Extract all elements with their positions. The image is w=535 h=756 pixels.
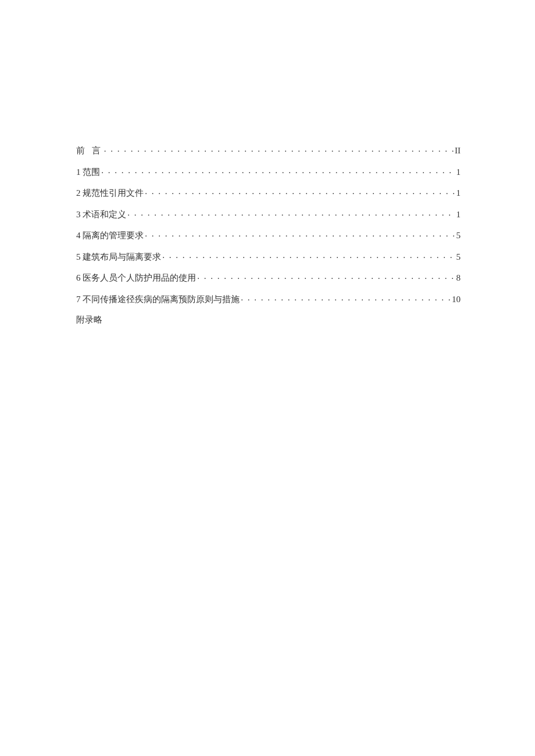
toc-entry-title: 4 隔离的管理要求: [76, 231, 144, 240]
toc-entry-title: 5 建筑布局与隔离要求: [76, 253, 161, 261]
toc-entry-title: 3 术语和定义: [76, 210, 126, 219]
toc-leader-dots: [162, 251, 455, 260]
toc-leader-dots: [145, 230, 455, 238]
toc-leader-dots: [101, 166, 455, 175]
toc-leader-dots: [241, 293, 451, 302]
toc-entry-page: II: [455, 146, 461, 155]
toc-entry-title: 7 不同传播途径疾病的隔离预防原则与措施: [76, 295, 240, 304]
toc-entry: 2 规范性引用文件 1: [76, 187, 461, 198]
toc-entry: 7 不同传播途径疾病的隔离预防原则与措施 10: [76, 293, 461, 304]
toc-entry-page: 1: [456, 189, 461, 198]
toc-entry-page: 10: [452, 295, 461, 304]
appendix-note: 附录略: [76, 314, 461, 325]
toc-leader-dots: [104, 145, 454, 153]
toc-entry-title: 2 规范性引用文件: [76, 189, 144, 198]
toc-entry: 6 医务人员个人防护用品的使用 8: [76, 272, 461, 282]
toc-entry-page: 1: [456, 168, 461, 177]
toc-entry: 1 范围 1: [76, 166, 461, 177]
toc-leader-dots: [145, 187, 455, 196]
toc-entry-page: 8: [456, 274, 461, 282]
toc-entry-page: 5: [456, 231, 461, 240]
toc-entry-page: 5: [456, 253, 461, 261]
toc-leader-dots: [127, 209, 455, 217]
toc-entry-page: 1: [456, 210, 461, 219]
toc-entry: 5 建筑布局与隔离要求 5: [76, 251, 461, 261]
toc-leader-dots: [197, 272, 455, 281]
toc-entry: 前 言 II: [76, 145, 461, 155]
toc-entry: 3 术语和定义 1: [76, 209, 461, 219]
toc-entry-title: 6 医务人员个人防护用品的使用: [76, 274, 196, 282]
toc-entry: 4 隔离的管理要求 5: [76, 230, 461, 240]
toc-entry-title: 1 范围: [76, 168, 100, 177]
toc-entry-title: 前 言: [76, 146, 103, 155]
toc-container: 前 言 II 1 范围 1 2 规范性引用文件 1 3 术语和定义 1 4 隔离…: [76, 145, 461, 325]
